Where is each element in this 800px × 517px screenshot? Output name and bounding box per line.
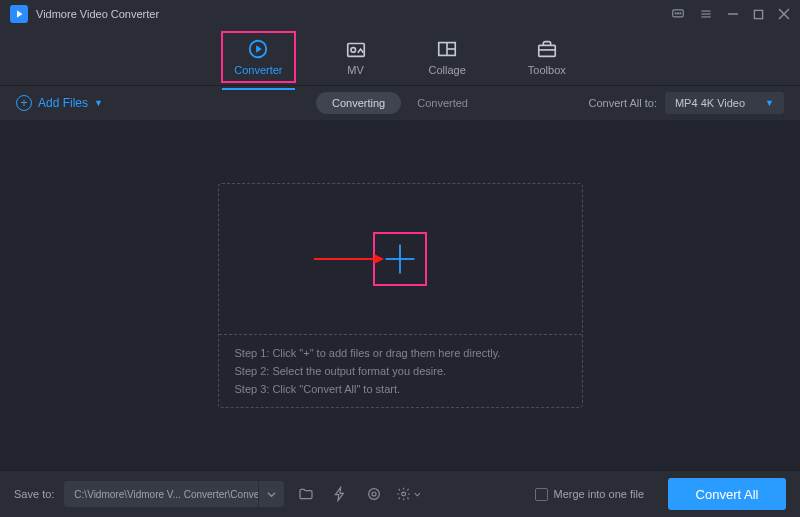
high-speed-icon[interactable] xyxy=(362,482,386,506)
save-to-label: Save to: xyxy=(14,488,54,500)
open-folder-icon[interactable] xyxy=(294,482,318,506)
titlebar: Vidmore Video Converter xyxy=(0,0,800,28)
svg-point-23 xyxy=(369,489,380,500)
menu-icon[interactable] xyxy=(699,7,713,21)
dropzone[interactable]: Step 1: Click "+" to add files or drag t… xyxy=(218,183,583,408)
tab-collage[interactable]: Collage xyxy=(417,32,478,82)
add-files-button[interactable]: + Add Files ▼ xyxy=(16,95,103,111)
mv-icon xyxy=(345,38,367,60)
tab-converter[interactable]: Converter xyxy=(222,32,294,82)
main-tabs: Converter MV Collage Toolbox xyxy=(0,28,800,86)
footer-bar: Save to: C:\Vidmore\Vidmore V... Convert… xyxy=(0,470,800,517)
output-format-select[interactable]: MP4 4K Video ▼ xyxy=(665,92,784,114)
settings-icon[interactable] xyxy=(396,482,420,506)
tab-converting[interactable]: Converting xyxy=(316,92,401,114)
chevron-down-icon: ▼ xyxy=(765,98,774,108)
hardware-accel-icon[interactable] xyxy=(328,482,352,506)
convert-all-to-label: Convert All to: xyxy=(588,97,656,109)
svg-marker-20 xyxy=(374,254,384,264)
converter-icon xyxy=(247,38,269,60)
save-path-field[interactable]: C:\Vidmore\Vidmore V... Converter\Conver… xyxy=(64,481,284,507)
arrow-annotation xyxy=(314,252,384,266)
tab-toolbox[interactable]: Toolbox xyxy=(516,32,578,82)
step-3: Step 3: Click "Convert All" to start. xyxy=(235,383,566,395)
svg-rect-8 xyxy=(754,10,762,18)
plus-circle-icon: + xyxy=(16,95,32,111)
content-area: Step 1: Click "+" to add files or drag t… xyxy=(0,120,800,470)
step-1: Step 1: Click "+" to add files or drag t… xyxy=(235,347,566,359)
svg-point-24 xyxy=(372,492,376,496)
feedback-icon[interactable] xyxy=(671,7,685,21)
tab-converted[interactable]: Converted xyxy=(401,92,484,114)
svg-point-25 xyxy=(402,492,406,496)
toolbox-icon xyxy=(536,38,558,60)
chevron-down-icon[interactable] xyxy=(258,481,284,507)
collage-icon xyxy=(436,38,458,60)
svg-point-3 xyxy=(680,13,681,14)
minimize-icon[interactable] xyxy=(727,8,739,20)
app-logo xyxy=(10,5,28,23)
dropzone-instructions: Step 1: Click "+" to add files or drag t… xyxy=(219,334,582,407)
sub-toolbar: + Add Files ▼ Converting Converted Conve… xyxy=(0,86,800,120)
app-title: Vidmore Video Converter xyxy=(36,8,159,20)
close-icon[interactable] xyxy=(778,8,790,20)
svg-point-13 xyxy=(350,47,355,52)
checkbox-icon xyxy=(535,488,548,501)
plus-icon xyxy=(382,241,418,277)
merge-checkbox[interactable]: Merge into one file xyxy=(535,488,645,501)
chevron-down-icon: ▼ xyxy=(94,98,103,108)
svg-point-2 xyxy=(678,13,679,14)
svg-rect-17 xyxy=(539,45,556,56)
tab-mv[interactable]: MV xyxy=(333,32,379,82)
svg-point-1 xyxy=(675,13,676,14)
step-2: Step 2: Select the output format you des… xyxy=(235,365,566,377)
convert-all-button[interactable]: Convert All xyxy=(668,478,786,510)
maximize-icon[interactable] xyxy=(753,9,764,20)
dropzone-top xyxy=(219,184,582,334)
